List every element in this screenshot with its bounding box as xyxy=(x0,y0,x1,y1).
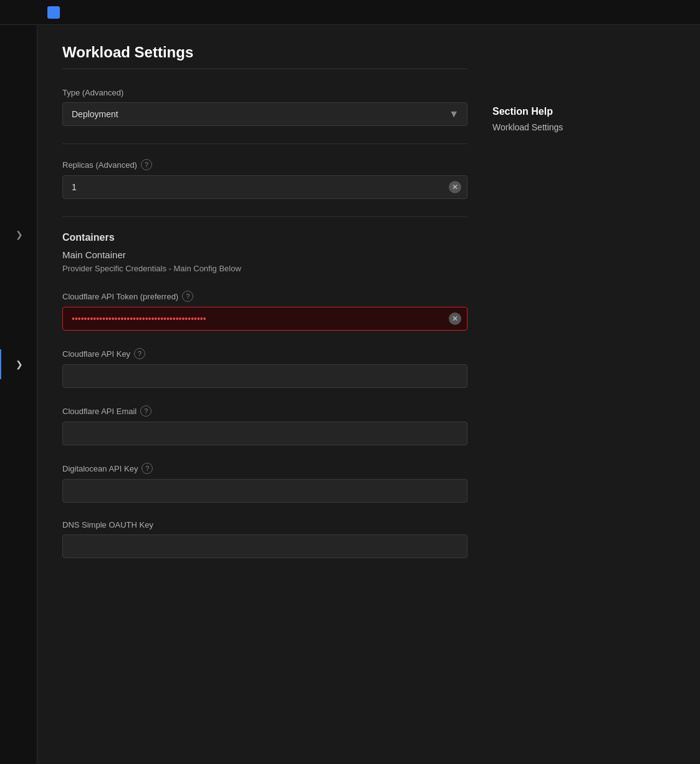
digitalocean-key-group: Digitalocean API Key ? xyxy=(62,463,467,503)
cloudflare-token-input-wrapper: ✕ xyxy=(62,307,467,331)
cloudflare-token-input[interactable] xyxy=(62,307,467,331)
cloudflare-token-help-icon[interactable]: ? xyxy=(182,291,193,302)
digitalocean-key-input-wrapper xyxy=(62,479,467,503)
type-select[interactable]: Deployment xyxy=(62,102,467,126)
chevron-right-icon-2: ❯ xyxy=(16,359,23,369)
help-title: Section Help xyxy=(492,106,630,117)
digitalocean-key-label: Digitalocean API Key ? xyxy=(62,463,467,474)
replicas-group: Replicas (Advanced) ? ✕ xyxy=(62,159,467,199)
provider-text: Provider Specific Credentials - Main Con… xyxy=(62,264,467,273)
page-title: Workload Settings xyxy=(62,44,467,69)
divider-1 xyxy=(62,143,467,144)
form-section: Workload Settings Type (Advanced) Deploy… xyxy=(62,44,467,745)
top-bar xyxy=(37,0,700,25)
cloudflare-token-clear-button[interactable]: ✕ xyxy=(449,312,461,325)
cloudflare-key-help-icon[interactable]: ? xyxy=(134,348,145,359)
sidebar-nav-item-1[interactable] xyxy=(0,62,37,92)
top-bar-logo xyxy=(47,6,60,19)
replicas-label: Replicas (Advanced) ? xyxy=(62,159,467,170)
dns-simple-group: DNS Simple OAUTH Key xyxy=(62,520,467,558)
replicas-input[interactable] xyxy=(62,175,467,199)
cloudflare-email-input[interactable] xyxy=(62,422,467,445)
sidebar-nav-item-2[interactable] xyxy=(0,92,37,122)
cloudflare-token-label: Cloudflare API Token (preferred) ? xyxy=(62,291,467,302)
dns-simple-label: DNS Simple OAUTH Key xyxy=(62,520,467,529)
sidebar-nav-item-4[interactable] xyxy=(0,152,37,182)
digitalocean-key-input[interactable] xyxy=(62,479,467,503)
sidebar-top-bar xyxy=(0,0,37,25)
help-subtitle: Workload Settings xyxy=(492,122,630,132)
type-group: Type (Advanced) Deployment ▼ xyxy=(62,88,467,126)
main-content: Workload Settings Type (Advanced) Deploy… xyxy=(37,0,700,764)
cloudflare-email-label: Cloudflare API Email ? xyxy=(62,405,467,417)
dns-simple-input-wrapper xyxy=(62,534,467,558)
sidebar-nav-item-lower[interactable] xyxy=(0,379,37,442)
dns-simple-input[interactable] xyxy=(62,534,467,558)
help-section: Section Help Workload Settings xyxy=(492,44,630,745)
cloudflare-key-input[interactable] xyxy=(62,364,467,388)
type-label: Type (Advanced) xyxy=(62,88,467,97)
digitalocean-key-help-icon[interactable]: ? xyxy=(141,463,153,474)
replicas-help-icon[interactable]: ? xyxy=(141,159,152,170)
cloudflare-key-label: Cloudflare API Key ? xyxy=(62,348,467,359)
cloudflare-email-input-wrapper xyxy=(62,422,467,445)
sidebar-nav-item-mid[interactable] xyxy=(0,249,37,312)
containers-section: Containers Main Container Provider Speci… xyxy=(62,232,467,273)
sidebar: ❯ ❯ xyxy=(0,0,37,764)
cloudflare-key-input-wrapper xyxy=(62,364,467,388)
divider-2 xyxy=(62,216,467,217)
cloudflare-email-help-icon[interactable]: ? xyxy=(140,405,151,417)
replicas-input-wrapper: ✕ xyxy=(62,175,467,199)
sidebar-chevron-1[interactable]: ❯ xyxy=(0,220,37,249)
chevron-right-icon-1: ❯ xyxy=(16,230,23,239)
main-container-heading: Main Container xyxy=(62,249,467,260)
sidebar-chevron-2[interactable]: ❯ xyxy=(0,349,37,379)
cloudflare-key-group: Cloudflare API Key ? xyxy=(62,348,467,388)
containers-heading: Containers xyxy=(62,232,467,243)
cloudflare-email-group: Cloudflare API Email ? xyxy=(62,405,467,445)
cloudflare-token-group: Cloudflare API Token (preferred) ? ✕ xyxy=(62,291,467,331)
type-select-wrapper: Deployment ▼ xyxy=(62,102,467,126)
sidebar-nav-item-3[interactable] xyxy=(0,122,37,152)
replicas-clear-button[interactable]: ✕ xyxy=(449,181,461,193)
content-area: Workload Settings Type (Advanced) Deploy… xyxy=(37,25,700,764)
